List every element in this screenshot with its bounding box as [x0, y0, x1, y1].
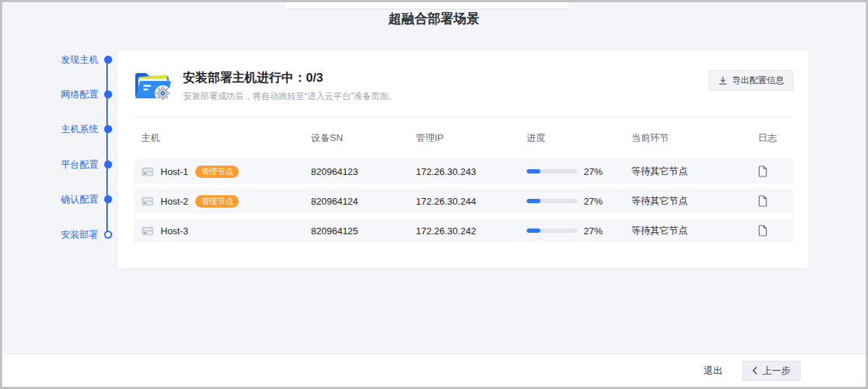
progress-bar — [527, 199, 577, 203]
step-label: 安装部署 — [61, 228, 98, 241]
file-icon — [758, 195, 767, 207]
progress-bar — [527, 228, 577, 233]
export-config-label: 导出配置信息 — [732, 74, 784, 87]
host-name: Host-2 — [161, 196, 188, 207]
step-label: 主机系统 — [61, 123, 98, 136]
table-header-row: 主机 设备SN 管理IP 进度 当前环节 日志 — [134, 117, 793, 159]
step-install-deploy: 安装部署 — [2, 227, 112, 242]
table-row-host-2: Host-2 管理节点 820964124 172.26.30.244 27% … — [134, 189, 793, 213]
step-platform-config: 平台配置 — [2, 157, 112, 172]
stage-cell: 等待其它节点 — [631, 224, 758, 237]
host-cell: Host-1 管理节点 — [134, 166, 311, 178]
hosts-table: 主机 设备SN 管理IP 进度 当前环节 日志 Host-1 管理节点 — [134, 117, 793, 243]
progress-bar-fill — [527, 169, 540, 174]
chevron-left-icon — [752, 367, 757, 375]
export-config-button[interactable]: 导出配置信息 — [709, 70, 793, 90]
step-confirm-config: 确认配置 — [2, 192, 112, 207]
host-name: Host-1 — [161, 166, 188, 177]
step-label: 发现主机 — [61, 54, 98, 67]
wizard-stepper: 发现主机 网络配置 主机系统 平台配置 确认配置 安装部署 — [2, 51, 112, 244]
server-icon — [141, 196, 154, 207]
progress-percent: 27% — [584, 226, 603, 236]
step-label: 确认配置 — [61, 193, 98, 206]
host-cell: Host-2 管理节点 — [134, 195, 311, 208]
view-log-button[interactable] — [758, 225, 767, 236]
management-node-badge: 管理节点 — [195, 166, 239, 178]
column-header-sn: 设备SN — [311, 132, 416, 145]
folder-gear-icon — [134, 70, 173, 102]
deployment-screen: 超融合部署场景 发现主机 网络配置 主机系统 平台配置 确认配置 安装部署 — [0, 0, 868, 389]
previous-step-label: 上一步 — [762, 364, 791, 377]
stage-cell: 等待其它节点 — [631, 194, 758, 208]
progress-bar-fill — [527, 228, 540, 233]
ip-cell: 172.26.30.244 — [416, 196, 527, 207]
sn-cell: 820964125 — [311, 226, 416, 236]
stepper-line — [106, 59, 108, 235]
progress-percent: 27% — [584, 166, 603, 177]
step-label: 平台配置 — [61, 158, 98, 171]
previous-step-button[interactable]: 上一步 — [742, 361, 801, 381]
panel-header: 安装部署主机进行中：0/3 安装部署成功后，将自动跳转至“进入云平台”准备页面。… — [134, 51, 793, 103]
management-node-badge: 管理节点 — [195, 195, 239, 208]
ip-cell: 172.26.30.242 — [416, 226, 527, 236]
step-dot-filled — [104, 195, 112, 203]
panel-title-count: 0/3 — [306, 71, 323, 85]
column-header-host: 主机 — [134, 132, 311, 145]
ip-cell: 172.26.30.243 — [416, 166, 527, 177]
panel-header-text: 安装部署主机进行中：0/3 安装部署成功后，将自动跳转至“进入云平台”准备页面。 — [183, 70, 397, 103]
file-icon — [758, 225, 767, 236]
table-row-host-1: Host-1 管理节点 820964123 172.26.30.243 27% … — [134, 159, 793, 184]
sn-cell: 820964124 — [311, 196, 416, 207]
step-dot-filled — [104, 125, 112, 133]
panel-title: 安装部署主机进行中：0/3 — [183, 70, 397, 85]
host-cell: Host-3 — [134, 226, 311, 236]
table-row-host-3: Host-3 820964125 172.26.30.242 27% 等待其它节… — [134, 218, 793, 243]
sn-cell: 820964123 — [311, 166, 416, 177]
step-network-config: 网络配置 — [2, 87, 112, 102]
step-dot-current — [104, 231, 112, 239]
progress-cell: 27% — [527, 196, 631, 207]
progress-bar — [527, 169, 577, 174]
panel-subtitle: 安装部署成功后，将自动跳转至“进入云平台”准备页面。 — [183, 90, 397, 103]
download-icon — [718, 76, 728, 85]
server-icon — [141, 226, 154, 236]
step-discover-hosts: 发现主机 — [2, 52, 112, 67]
step-label: 网络配置 — [61, 88, 98, 101]
file-icon — [758, 166, 767, 177]
host-name: Host-3 — [161, 226, 188, 236]
column-header-stage: 当前环节 — [631, 132, 758, 145]
view-log-button[interactable] — [758, 166, 767, 177]
progress-bar-fill — [527, 199, 540, 203]
install-progress-panel: 安装部署主机进行中：0/3 安装部署成功后，将自动跳转至“进入云平台”准备页面。… — [118, 51, 808, 268]
exit-button[interactable]: 退出 — [704, 364, 723, 377]
step-dot-filled — [104, 161, 112, 168]
panel-title-prefix: 安装部署主机进行中： — [183, 71, 306, 85]
server-icon — [141, 166, 154, 177]
column-header-ip: 管理IP — [416, 132, 527, 145]
progress-percent: 27% — [584, 196, 603, 207]
step-dot-filled — [104, 90, 112, 98]
log-cell — [758, 195, 793, 207]
footer-bar: 退出 上一步 — [2, 354, 866, 387]
view-log-button[interactable] — [758, 195, 767, 207]
log-cell — [758, 225, 793, 236]
stage-cell: 等待其它节点 — [631, 165, 758, 178]
progress-cell: 27% — [527, 166, 631, 177]
column-header-log: 日志 — [758, 132, 793, 145]
log-cell — [758, 166, 793, 177]
page-title: 超融合部署场景 — [2, 2, 866, 35]
progress-cell: 27% — [527, 226, 631, 236]
step-host-system: 主机系统 — [2, 121, 112, 137]
step-dot-filled — [104, 56, 112, 64]
column-header-progress: 进度 — [527, 132, 631, 145]
